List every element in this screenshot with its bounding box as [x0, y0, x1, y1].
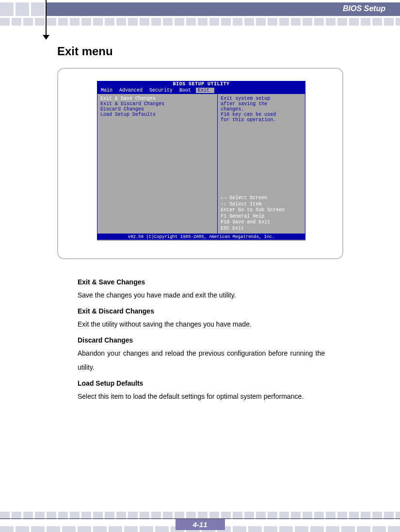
bios-nav-help: ←→ Select Screen ↑↓ Select Item Enter Go… [221, 195, 302, 232]
section-heading: Load Setup Defaults [78, 378, 325, 389]
bios-item-list: Exit & Save Changes Exit & Discard Chang… [97, 94, 218, 234]
bios-footer: v02.59 (C)Copyright 1985-2005, American … [97, 234, 305, 240]
arrow-line [46, 0, 47, 38]
bios-help-text: Exit system setup after saving the chang… [221, 96, 302, 123]
arrow-down-icon [43, 35, 49, 40]
section-body: Save the changes you have made and exit … [78, 288, 325, 302]
doc-body: Exit & Save Changes Save the changes you… [78, 274, 325, 404]
bios-screen: BIOS SETUP UTILITY Main Advanced Securit… [97, 81, 305, 241]
bios-item: Exit & Save Changes [100, 96, 214, 101]
page-title: Exit menu [57, 45, 113, 58]
section-body: Abandon your changes and reload the prev… [78, 346, 325, 375]
section-heading: Discard Changes [78, 335, 325, 345]
footer: 4-11 [0, 508, 400, 532]
bios-menu-bar: Main Advanced Security Boot Exit [97, 87, 305, 94]
page-number: 4-11 [175, 519, 224, 530]
bios-menu-security: Security [147, 88, 177, 93]
section-body: Exit the utility without saving the chan… [78, 317, 325, 331]
top-decor: BIOS Setup [0, 0, 400, 25]
bios-menu-boot: Boot [177, 88, 196, 93]
bios-item: Discard Changes [100, 107, 214, 112]
bios-menu-exit: Exit [196, 88, 214, 93]
chapter-header: BIOS Setup [47, 2, 400, 16]
section-heading: Exit & Discard Changes [78, 306, 325, 316]
bios-menu-main: Main [99, 88, 117, 93]
bios-item: Load Setup Defaults [100, 112, 214, 117]
bios-title-bar: BIOS SETUP UTILITY [97, 81, 305, 87]
bios-frame: BIOS SETUP UTILITY Main Advanced Securit… [57, 68, 343, 259]
section-heading: Exit & Save Changes [78, 277, 325, 287]
bios-menu-advanced: Advanced [117, 88, 147, 93]
bios-item: Exit & Discard Changes [100, 101, 214, 107]
section-body: Select this item to load the default set… [78, 390, 325, 404]
